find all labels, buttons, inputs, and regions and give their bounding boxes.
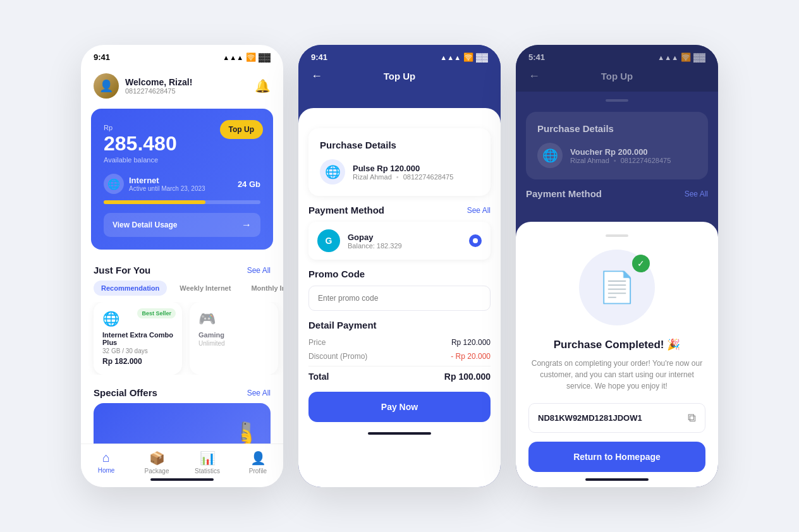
phone1-status-icons: ▲▲▲ 🛜 ▓▓ (223, 52, 271, 62)
phone3-purchase-title: Purchase Details (537, 123, 697, 134)
gb-label: 24 Gb (238, 179, 260, 189)
phone3-globe-icon: 🌐 (537, 143, 563, 168)
phone3-status-icons: ▲▲▲ 🛜 ▓▓ (657, 52, 705, 62)
nav-statistics-label: Statistics (195, 468, 220, 475)
nav-profile-label: Profile (249, 468, 267, 475)
detail-payment-section: Detail Payment Price Rp 120.000 Discount… (308, 320, 491, 382)
package-card-1[interactable]: 🌐 Best Seller Internet Extra Combo Plus … (94, 302, 182, 375)
phone3-topup-header: ← Top Up (516, 66, 718, 92)
phone3-home-indicator (585, 478, 649, 481)
signal-icon-3: ▲▲▲ (657, 54, 678, 61)
phone3-owner: Rizal Ahmad (570, 157, 609, 164)
tab-recommendation[interactable]: Recommendation (94, 281, 167, 296)
nav-statistics[interactable]: 📊 Statistics (182, 450, 233, 475)
nav-home[interactable]: ⌂ Home (81, 450, 131, 475)
gopay-info: Gopay Balance: 182.329 (348, 233, 402, 250)
internet-active: Active until March 23, 2023 (129, 185, 205, 192)
tab-weekly-internet[interactable]: Weekly Internet (172, 281, 238, 296)
internet-info: Internet Active until March 23, 2023 (129, 176, 205, 192)
available-label: Available balance (104, 156, 260, 164)
phone3-header-title: Top Up (601, 71, 633, 82)
home-indicator (150, 478, 214, 481)
purchase-globe-icon: 🌐 (320, 159, 345, 184)
payment-see-all[interactable]: See All (467, 206, 491, 215)
nav-home-label: Home (98, 467, 115, 474)
phone3-see-all[interactable]: See All (685, 190, 708, 198)
phone3-purchase-card: Purchase Details 🌐 Voucher Rp 200.000 Ri… (526, 112, 708, 179)
purchase-info: Pulse Rp 120.000 Rizal Ahmad • 081227462… (353, 164, 453, 181)
price-label: Price (308, 338, 326, 347)
phone-3: 5:41 ▲▲▲ 🛜 ▓▓ ← Top Up Purchase Details … (516, 45, 718, 487)
just-for-you-title: Just For You (94, 265, 150, 275)
package-game-icon: 🎮 (198, 311, 269, 327)
internet-row: 🌐 Internet Active until March 23, 2023 2… (104, 174, 260, 194)
wifi-icon-2: 🛜 (463, 52, 473, 62)
nav-package-label: Package (145, 468, 169, 475)
phone3-payment-header: Payment Method See All (526, 188, 708, 199)
nav-profile[interactable]: 👤 Profile (233, 450, 283, 475)
pay-now-button[interactable]: Pay Now (308, 392, 491, 422)
package-card-2[interactable]: 🎮 Gaming Unlimited (190, 302, 278, 375)
total-row: Total Rp 100.000 (308, 372, 491, 382)
payment-method-header: Payment Method See All (308, 205, 491, 215)
topup-button[interactable]: Top Up (220, 120, 263, 139)
internet-left: 🌐 Internet Active until March 23, 2023 (104, 174, 205, 194)
phone3-bg-content: Purchase Details 🌐 Voucher Rp 200.000 Ri… (516, 99, 718, 199)
battery-icon-3: ▓▓ (693, 52, 705, 62)
progress-bar (104, 200, 260, 204)
package-price-1: Rp 182.000 (102, 357, 173, 366)
payment-method-title: Payment Method (308, 205, 384, 215)
promo-code-input[interactable] (308, 286, 491, 311)
internet-label: Internet (129, 176, 205, 185)
gopay-icon: G (317, 229, 340, 252)
purchase-sub: Rizal Ahmad • 0812274628475 (353, 173, 453, 181)
purchase-phone: 0812274628475 (403, 173, 454, 181)
price-row: Price Rp 120.000 (308, 338, 491, 347)
phone3-purchase-info: Voucher Rp 200.000 Rizal Ahmad • 0812274… (570, 147, 671, 164)
bottom-navigation: ⌂ Home 📦 Package 📊 Statistics 👤 Profile (81, 444, 283, 487)
discount-label: Discount (Promo) (308, 352, 367, 361)
wifi-icon: 🛜 (246, 52, 256, 62)
phone2-status-bar: 9:41 ▲▲▲ 🛜 ▓▓ (298, 45, 501, 66)
welcome-phone: 0812274628475 (125, 87, 192, 95)
back-button-2[interactable]: ← (311, 70, 322, 83)
phone1-header: 👤 Welcome, Rizal! 0812274628475 🔔 (81, 66, 283, 109)
gopay-payment-card[interactable]: G Gopay Balance: 182.329 (308, 222, 491, 260)
globe-icon: 🌐 (104, 174, 124, 194)
just-for-you-section: Just For You See All (81, 260, 283, 281)
payment-method-section: Payment Method See All G Gopay Balance: … (308, 205, 491, 260)
back-button-3[interactable]: ← (528, 70, 540, 83)
nav-package[interactable]: 📦 Package (131, 450, 182, 475)
phone3-phone: 0812274628475 (621, 157, 671, 164)
drag-indicator-2 (388, 116, 411, 118)
special-see-all[interactable]: See All (247, 389, 271, 397)
package-name-2: Gaming (198, 331, 269, 339)
purchase-details-card: Purchase Details 🌐 Pulse Rp 120.000 Riza… (308, 128, 491, 196)
phone3-status-bar: 5:41 ▲▲▲ 🛜 ▓▓ (516, 45, 718, 66)
welcome-name: Welcome, Rizal! (125, 77, 192, 87)
tab-monthly-internet[interactable]: Monthly Internet (243, 281, 283, 296)
purchase-owner: Rizal Ahmad (353, 173, 392, 181)
divider (308, 366, 491, 366)
purchase-item: 🌐 Pulse Rp 120.000 Rizal Ahmad • 0812274… (320, 159, 479, 184)
dot-separator: • (396, 173, 399, 181)
purchase-details-title: Purchase Details (320, 140, 479, 150)
see-all-button[interactable]: See All (247, 266, 271, 275)
phone-2: 9:41 ▲▲▲ 🛜 ▓▓ ← Top Up Purchase Details … (298, 45, 501, 487)
phone3-drag (606, 99, 628, 102)
success-circle: 📄 ✓ (579, 250, 655, 325)
arrow-right-icon: → (241, 219, 252, 231)
package-name-1: Internet Extra Combo Plus (102, 331, 173, 346)
balance-card: Rp 285.480 Available balance Top Up 🌐 In… (91, 109, 273, 250)
phone1-time: 9:41 (94, 52, 110, 62)
phone3-payment-title: Payment Method (526, 188, 602, 199)
radio-selected-icon (469, 234, 482, 247)
notification-bell-icon[interactable]: 🔔 (255, 78, 271, 94)
phone3-payment-section: Payment Method See All (526, 188, 708, 199)
return-to-homepage-button[interactable]: Return to Homepage (528, 442, 705, 472)
package-icon: 📦 (149, 450, 165, 466)
phone3-purchase-sub: Rizal Ahmad • 0812274628475 (570, 157, 671, 164)
copy-icon[interactable]: ⧉ (688, 411, 696, 425)
check-badge-icon: ✓ (632, 255, 650, 272)
detail-usage-button[interactable]: View Detail Usage → (104, 213, 260, 237)
